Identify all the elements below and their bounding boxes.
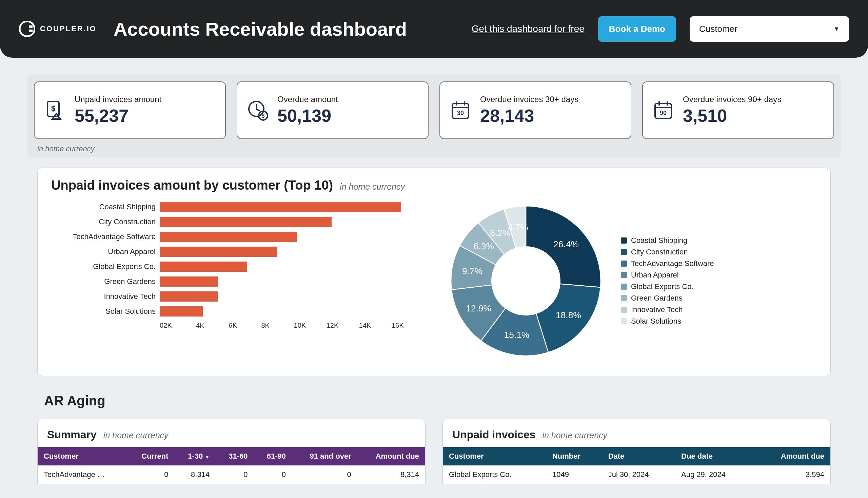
- get-dashboard-link[interactable]: Get this dashboard for free: [472, 23, 585, 34]
- bar-label: City Construction: [51, 218, 160, 226]
- cell: Aug 29, 2024: [675, 466, 753, 484]
- axis-tick: 10K: [294, 322, 326, 329]
- bar-fill: [160, 217, 332, 227]
- donut-slice-label: 18.8%: [556, 310, 581, 320]
- bar-label: Coastal Shipping: [51, 202, 160, 211]
- calendar-90-icon: 90: [652, 100, 674, 121]
- legend-item: TechAdvantage Software: [621, 259, 714, 268]
- bar-label: Global Exports Co.: [51, 262, 160, 271]
- legend-item: Green Gardens: [621, 294, 714, 303]
- cell: Global Exports Co.: [443, 466, 546, 484]
- legend-label: Urban Apparel: [631, 271, 679, 279]
- logo: COUPLER.IO: [19, 21, 97, 37]
- kpi-value: 28,143: [480, 105, 578, 126]
- col-customer[interactable]: Customer: [38, 447, 127, 466]
- legend-item: Global Exports Co.: [621, 282, 714, 291]
- legend-swatch-icon: [621, 249, 627, 255]
- panel-title: Unpaid invoices amount by customer (Top …: [51, 178, 333, 193]
- book-demo-button[interactable]: Book a Demo: [598, 16, 676, 42]
- kpi-overdue-amount: $ Overdue amount 50,139: [237, 81, 429, 139]
- unpaid-note: in home currency: [542, 431, 607, 440]
- bar-fill: [160, 247, 277, 257]
- cell: 0: [292, 466, 357, 484]
- unpaid-invoices-table: Customer Number Date Due date Amount due…: [443, 447, 830, 484]
- legend-label: Innovative Tech: [631, 305, 682, 314]
- bar-row: Urban Apparel: [51, 244, 424, 259]
- bar-fill: [160, 262, 247, 272]
- legend-swatch-icon: [621, 237, 627, 244]
- cell: Jul 30, 2024: [602, 466, 675, 484]
- svg-text:90: 90: [660, 109, 667, 116]
- bar-row: TechAdvantage Software: [51, 229, 424, 244]
- col-31-60[interactable]: 31-60: [216, 447, 254, 466]
- table-row: TechAdvantage … 0 8,314 0 0 0 8,314: [38, 466, 425, 484]
- donut-slice-label: 9.7%: [462, 266, 482, 276]
- bar-track: [160, 232, 424, 242]
- bar-row: Solar Solutions: [51, 304, 424, 319]
- legend-swatch-icon: [621, 295, 627, 301]
- kpi-unpaid-invoices: $ Unpaid invoices amount 55,237: [34, 81, 226, 139]
- col-61-90[interactable]: 61-90: [254, 447, 292, 466]
- col-amount-due[interactable]: Amount due: [753, 447, 830, 466]
- legend-label: Green Gardens: [631, 294, 682, 303]
- kpi-row: $ Unpaid invoices amount 55,237 $ Overdu…: [34, 81, 834, 139]
- bar-label: Solar Solutions: [51, 307, 160, 316]
- bar-row: Coastal Shipping: [51, 199, 424, 214]
- legend-item: Innovative Tech: [621, 305, 714, 314]
- calendar-30-icon: 30: [450, 100, 471, 121]
- bar-row: Green Gardens: [51, 274, 424, 289]
- col-customer[interactable]: Customer: [443, 447, 546, 466]
- kpi-label: Overdue invoices 30+ days: [480, 95, 578, 104]
- bar-track: [160, 217, 424, 227]
- bar-label: Urban Apparel: [51, 247, 160, 256]
- donut-slice-label: 15.1%: [504, 330, 529, 340]
- legend-item: Urban Apparel: [621, 271, 714, 279]
- ar-aging-heading: AR Aging: [44, 393, 824, 408]
- axis-tick: 0: [160, 322, 163, 329]
- sort-desc-icon: ▼: [205, 454, 210, 460]
- summary-note: in home currency: [103, 431, 169, 440]
- page-title: Accounts Receivable dashboard: [113, 18, 407, 40]
- legend-label: Coastal Shipping: [631, 236, 687, 245]
- unpaid-by-customer-panel: Unpaid invoices amount by customer (Top …: [37, 168, 831, 376]
- cell: 1049: [546, 466, 602, 484]
- bar-track: [160, 276, 424, 287]
- unpaid-invoices-table-panel: Unpaid invoices in home currency Custome…: [442, 419, 831, 484]
- clock-dollar-icon: $: [247, 100, 269, 121]
- kpi-currency-note: in home currency: [34, 139, 834, 153]
- bar-label: Innovative Tech: [51, 292, 160, 301]
- axis-tick: 2K: [163, 322, 196, 329]
- col-date[interactable]: Date: [602, 447, 675, 466]
- bar-chart: Coastal ShippingCity ConstructionTechAdv…: [51, 199, 424, 329]
- customer-filter-select[interactable]: Customer ▼: [690, 16, 849, 42]
- svg-text:$: $: [51, 104, 55, 113]
- donut-slice-label: 12.9%: [466, 303, 491, 313]
- legend-swatch-icon: [621, 284, 627, 290]
- bar-label: TechAdvantage Software: [51, 232, 160, 241]
- col-due-date[interactable]: Due date: [675, 447, 753, 466]
- col-91-over[interactable]: 91 and over: [292, 447, 357, 466]
- legend-label: City Construction: [631, 248, 688, 257]
- col-number[interactable]: Number: [546, 447, 602, 466]
- bar-track: [160, 262, 424, 272]
- bar-row: City Construction: [51, 214, 424, 229]
- cell-customer: TechAdvantage …: [38, 466, 127, 484]
- svg-rect-1: [29, 25, 32, 28]
- header-bar: COUPLER.IO Accounts Receivable dashboard…: [0, 0, 868, 58]
- customer-filter-label: Customer: [699, 24, 737, 34]
- kpi-value: 3,510: [683, 105, 781, 126]
- cell: 0: [254, 466, 292, 484]
- bar-fill: [160, 306, 203, 316]
- kpi-container: $ Unpaid invoices amount 55,237 $ Overdu…: [27, 75, 841, 157]
- summary-title: Summary: [47, 429, 97, 441]
- kpi-label: Overdue amount: [277, 95, 338, 104]
- summary-table-panel: Summary in home currency Customer Curren…: [37, 419, 426, 484]
- axis-tick: 4K: [196, 322, 228, 329]
- col-current[interactable]: Current: [127, 447, 175, 466]
- donut-slice-label: 6.3%: [474, 241, 494, 251]
- bar-fill: [160, 202, 401, 212]
- col-1-30[interactable]: 1-30▼: [174, 447, 216, 466]
- col-amount-due[interactable]: Amount due: [357, 447, 425, 466]
- bar-row: Innovative Tech: [51, 289, 424, 304]
- svg-text:30: 30: [457, 109, 464, 116]
